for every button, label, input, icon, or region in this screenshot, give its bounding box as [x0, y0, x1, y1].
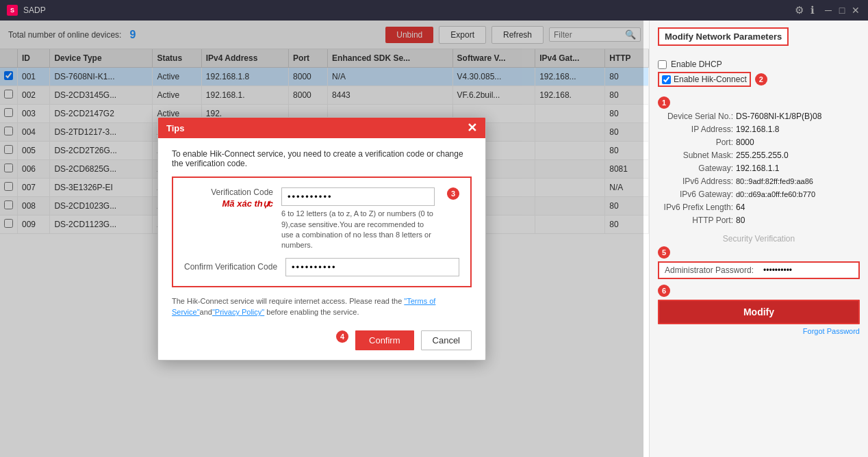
http-port-value: 80 [736, 216, 860, 225]
app-icon: S [7, 5, 18, 16]
step3-badge: 3 [447, 187, 459, 200]
verif-confirm-row: Confirm Verification Code [184, 258, 459, 276]
verification-code-input[interactable] [281, 187, 435, 206]
http-port-label: HTTP Port: [658, 216, 733, 225]
app-title: SADP [23, 5, 46, 15]
minimize-button[interactable]: ─ [823, 5, 834, 16]
modal-title: Tips [166, 123, 185, 133]
modal-overlay: Tips ✕ To enable Hik-Connect service, yo… [0, 21, 643, 457]
subnet-value: 255.255.255.0 [736, 151, 860, 160]
dhcp-row: Enable DHCP [658, 60, 860, 69]
admin-password-input[interactable] [759, 263, 868, 278]
modal-footer-text: The Hik-Connect service will require int… [172, 296, 472, 318]
admin-password-row: Administrator Password: [658, 261, 860, 279]
ipv6-prefix-label: IPv6 Prefix Length: [658, 203, 733, 212]
subnet-label: Subnet Mask: [658, 151, 733, 160]
subnet-row: Subnet Mask: 255.255.255.0 [658, 151, 860, 160]
modal-body: To enable Hik-Connect service, you need … [158, 138, 485, 360]
http-port-row: HTTP Port: 80 [658, 216, 860, 225]
port-value: 8000 [736, 138, 860, 147]
ipv6-addr-label: IPv6 Address: [658, 177, 733, 186]
ipv6-addr-value: 80::9adf:82ff:fed9:aa86 [736, 177, 860, 185]
step1-badge: 1 [658, 96, 670, 109]
right-panel: Modify Network Parameters Enable DHCP En… [649, 21, 868, 457]
title-bar: S SADP ⚙ ℹ ─ □ ✕ [0, 0, 868, 21]
step6-badge: 6 [658, 285, 670, 297]
verif-description: 6 to 12 letters (a to z, A to Z) or numb… [281, 209, 435, 251]
tips-modal: Tips ✕ To enable Hik-Connect service, yo… [157, 117, 486, 361]
step4-badge: 4 [336, 330, 348, 343]
gateway-value: 192.168.1.1 [736, 164, 860, 173]
step5-badge: 5 [658, 246, 670, 259]
port-row: Port: 8000 [658, 138, 860, 147]
gateway-row: Gateway: 192.168.1.1 [658, 164, 860, 173]
ip-row: IP Address: 192.168.1.8 [658, 125, 860, 134]
verif-hint-text: Mã xác thực [222, 198, 273, 209]
verif-code-label: Verification Code [211, 187, 273, 197]
gateway-label: Gateway: [658, 164, 733, 173]
ipv6-prefix-value: 64 [736, 203, 860, 212]
verif-code-row: Verification Code Mã xác thực 6 to 12 le… [184, 187, 459, 251]
port-label: Port: [658, 138, 733, 147]
ip-value: 192.168.1.8 [736, 125, 860, 134]
restore-button[interactable]: □ [837, 5, 847, 16]
modal-intro-text: To enable Hik-Connect service, you need … [172, 149, 472, 168]
step2-badge: 2 [755, 73, 767, 86]
forgot-password-link[interactable]: Forgot Password [658, 327, 860, 335]
admin-password-label: Administrator Password: [659, 263, 759, 278]
ipv6-gw-label: IPv6 Gateway: [658, 190, 733, 199]
modal-close-button[interactable]: ✕ [467, 122, 477, 134]
ip-label: IP Address: [658, 125, 733, 134]
dhcp-section: Enable DHCP Enable Hik-Connect 2 [658, 60, 860, 91]
serial-row: Device Serial No.: DS-7608NI-K1/8P(B)08 [658, 112, 860, 121]
enable-dhcp-checkbox[interactable] [658, 60, 667, 69]
confirm-label: Confirm Verification Code [184, 262, 277, 272]
close-button[interactable]: ✕ [850, 5, 861, 16]
confirm-code-input[interactable] [285, 258, 459, 276]
enable-dhcp-label: Enable DHCP [671, 60, 722, 69]
enable-hik-label: Enable Hik-Connect [674, 75, 747, 84]
info-icon[interactable]: ℹ [810, 4, 815, 16]
modify-title: Modify Network Parameters [658, 27, 789, 46]
security-label: Security Verification [658, 234, 860, 244]
modify-button[interactable]: Modify [658, 300, 860, 324]
hik-connect-row: Enable Hik-Connect [658, 72, 751, 87]
ipv6-gw-row: IPv6 Gateway: d0::d69a:a0ff:fe60:b770 [658, 190, 860, 199]
ipv6-gw-value: d0::d69a:a0ff:fe60:b770 [736, 190, 860, 198]
privacy-link[interactable]: "Privacy Policy" [212, 308, 264, 316]
modal-header: Tips ✕ [158, 118, 485, 138]
modal-actions: 4 Confirm Cancel [172, 325, 472, 353]
cancel-button[interactable]: Cancel [421, 330, 472, 350]
serial-label: Device Serial No.: [658, 112, 733, 121]
ipv6-prefix-row: IPv6 Prefix Length: 64 [658, 203, 860, 212]
ipv6-addr-row: IPv6 Address: 80::9adf:82ff:fed9:aa86 [658, 177, 860, 186]
verification-box: Verification Code Mã xác thực 6 to 12 le… [172, 177, 472, 287]
enable-hik-checkbox[interactable] [662, 75, 671, 84]
settings-icon[interactable]: ⚙ [795, 4, 804, 16]
confirm-button[interactable]: Confirm [355, 330, 414, 350]
serial-value: DS-7608NI-K1/8P(B)08 [736, 112, 860, 121]
